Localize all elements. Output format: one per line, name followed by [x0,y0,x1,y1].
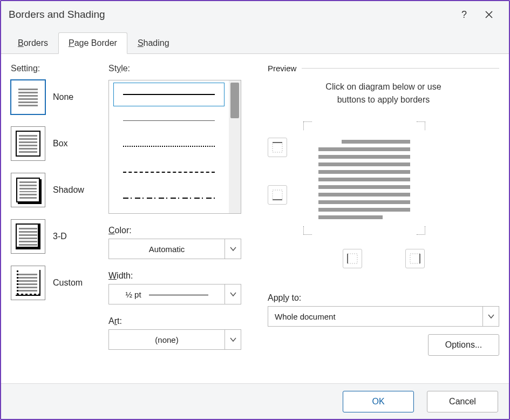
art-value: (none) [109,335,225,344]
setting-shadow[interactable]: Shadow [11,173,105,207]
titlebar: Borders and Shading ? [1,1,509,28]
preview-corner-tr [417,121,425,130]
setting-label: Setting: [11,64,105,73]
style-item-solid[interactable] [113,83,225,106]
svg-rect-6 [410,254,420,263]
style-scrollbar[interactable] [229,80,241,213]
preview-corner-bl [303,226,312,235]
preview-area [268,116,499,240]
setting-shadow-label: Shadow [53,185,84,195]
preview-hint: Click on diagram below or use buttons to… [268,80,499,106]
close-button[interactable] [477,3,501,26]
border-left-icon [347,253,358,264]
style-item-dotted[interactable] [113,134,225,158]
preview-rule [302,68,499,69]
style-column: Style: Color: Automatic Width: [108,64,251,379]
color-combo[interactable]: Automatic [108,239,241,259]
chevron-down-icon [230,336,236,343]
style-items [109,80,229,213]
apply-to-label: Apply to: [268,293,499,303]
toggle-right-border-button[interactable] [405,249,425,268]
preview-corner-tl [303,121,312,130]
setting-none[interactable]: None [11,80,105,114]
preview-page[interactable] [298,116,431,240]
setting-custom-label: Custom [53,278,83,288]
borders-and-shading-dialog: Borders and Shading ? Borders Page Borde… [0,0,510,420]
preview-column: Preview Click on diagram below or use bu… [268,64,499,379]
tab-page-border[interactable]: Page Border [58,32,127,54]
preview-head: Preview [268,64,499,73]
close-icon [485,10,493,19]
chevron-down-icon [230,291,236,297]
style-label: Style: [108,64,251,73]
style-item-fine[interactable] [113,109,225,132]
toggle-left-border-button[interactable] [343,249,362,268]
preview-side-buttons [268,138,287,205]
style-item-dashdot[interactable] [113,186,225,210]
width-value: ½ pt [109,290,225,299]
border-top-icon [272,142,283,153]
preview-corner-br [417,226,425,235]
art-label: Art: [108,316,251,326]
cancel-button[interactable]: Cancel [427,391,498,412]
style-item-dashed[interactable] [113,160,225,184]
setting-3d[interactable]: 3-D [11,219,105,254]
preview-label: Preview [268,64,296,73]
tab-borders[interactable]: Borders [8,32,58,54]
apply-to-value: Whole document [268,312,482,321]
border-right-icon [410,253,420,264]
setting-3d-label: 3-D [53,232,67,241]
setting-column: Setting: None Box Shadow [11,64,105,379]
setting-shadow-icon [11,173,45,207]
svg-rect-4 [348,254,357,263]
setting-none-label: None [53,92,73,102]
style-listbox[interactable] [108,80,241,214]
width-combo[interactable]: ½ pt [108,284,241,304]
setting-box[interactable]: Box [11,126,105,161]
ok-button[interactable]: OK [343,391,414,412]
border-bottom-icon [272,189,283,200]
setting-box-label: Box [53,139,68,148]
chevron-down-icon [230,246,236,252]
setting-custom-icon [11,266,45,300]
options-button[interactable]: Options... [428,334,499,356]
setting-custom[interactable]: Custom [11,266,105,300]
dialog-footer: OK Cancel [1,383,509,419]
setting-none-icon [11,80,45,114]
tabstrip: Borders Page Border Shading [1,28,509,54]
dialog-title: Borders and Shading [9,9,452,21]
art-combo[interactable]: (none) [108,329,241,350]
preview-text-icon [318,140,410,219]
width-dropdown-button[interactable] [225,284,241,304]
art-dropdown-button[interactable] [225,330,241,349]
color-value: Automatic [109,245,225,254]
svg-rect-0 [273,143,282,152]
apply-to-combo[interactable]: Whole document [268,306,499,327]
apply-to-section: Apply to: Whole document Options... [268,293,499,356]
toggle-top-border-button[interactable] [268,138,287,157]
color-label: Color: [108,226,251,235]
apply-to-dropdown-button[interactable] [482,307,499,326]
setting-3d-icon [11,219,45,254]
setting-box-icon [11,126,45,161]
width-label: Width: [108,271,251,281]
dialog-body: Setting: None Box Shadow [1,54,509,383]
preview-bottom-buttons [268,249,499,268]
chevron-down-icon [488,313,494,320]
toggle-bottom-border-button[interactable] [268,185,287,205]
svg-rect-2 [273,190,282,200]
color-dropdown-button[interactable] [225,239,241,259]
tab-shading[interactable]: Shading [127,32,180,54]
help-button[interactable]: ? [452,3,477,26]
